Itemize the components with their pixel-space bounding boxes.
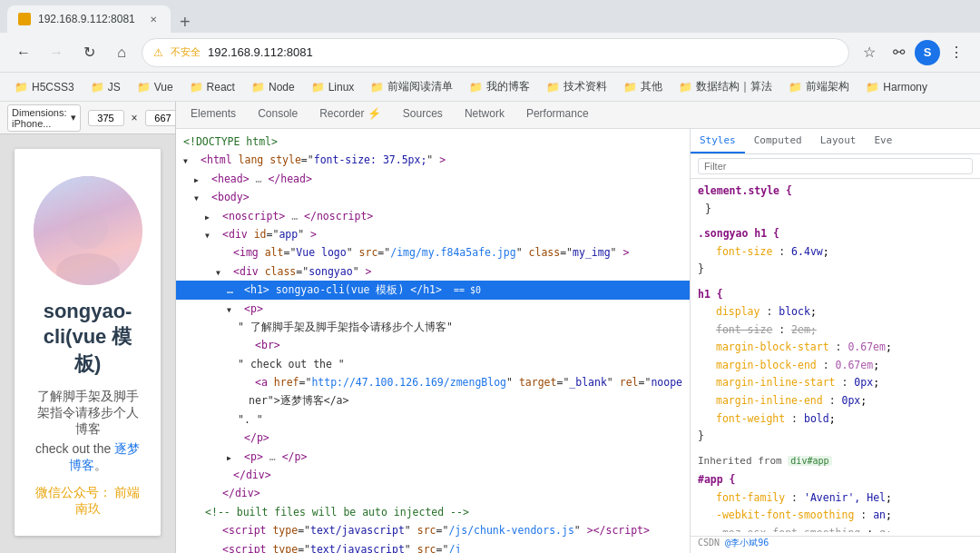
- styles-tab-styles[interactable]: Styles: [691, 129, 745, 153]
- bookmark-linux[interactable]: 📁 Linux: [304, 77, 362, 97]
- bookmark-label: Node: [269, 81, 295, 94]
- bookmark-h5css3[interactable]: 📁 H5CSS3: [7, 77, 82, 97]
- element-text-desc[interactable]: " 了解脚手架及脚手架指令请移步个人博客": [176, 318, 690, 336]
- profile-image: [34, 176, 142, 285]
- inherited-from-app: Inherited from div#app: [698, 453, 973, 470]
- devtools-tab-bar: Elements Console Recorder ⚡ Sources Netw…: [176, 102, 980, 129]
- bookmark-ds[interactable]: 📁 数据结构｜算法: [671, 75, 779, 98]
- styles-tab-computed[interactable]: Computed: [745, 129, 811, 153]
- devtools-tab-performance[interactable]: Performance: [515, 102, 600, 128]
- styles-filter-input[interactable]: [698, 158, 973, 174]
- devtools-tab-console[interactable]: Console: [247, 102, 309, 128]
- triangle-icon[interactable]: [194, 189, 205, 205]
- style-selector: element.style {: [698, 184, 792, 197]
- main-area: Dimensions: iPhone... ▾ × 92% ▾ ⋮ ▦ 📱: [0, 102, 980, 553]
- bookmark-reading[interactable]: 📁 前端阅读清单: [363, 75, 460, 98]
- triangle-icon[interactable]: [194, 171, 205, 187]
- bookmark-label: Vue: [154, 81, 173, 94]
- element-comment-inject[interactable]: <!-- built files will be auto injected -…: [176, 503, 690, 521]
- styles-tab-bar: Styles Computed Layout Eve: [691, 129, 980, 154]
- bookmark-react[interactable]: 📁 React: [182, 77, 242, 97]
- element-a[interactable]: <a href="http://47.100.126.169/zmengBlog…: [176, 373, 690, 391]
- security-icon: ⚠: [153, 46, 163, 59]
- element-text-dot[interactable]: ". ": [176, 410, 690, 429]
- triangle-icon[interactable]: [227, 301, 238, 317]
- new-tab-button[interactable]: +: [174, 12, 196, 33]
- styles-tab-event[interactable]: Eve: [865, 129, 901, 153]
- bookmark-js[interactable]: 📁 JS: [83, 77, 128, 97]
- csdn-author-link[interactable]: @李小斌96: [725, 538, 769, 548]
- page-preview-panel: Dimensions: iPhone... ▾ × 92% ▾ ⋮ ▦ 📱: [0, 102, 176, 553]
- triangle-icon[interactable]: [216, 263, 227, 280]
- browser-tab[interactable]: 192.168.9.112:8081 ✕: [7, 5, 171, 33]
- element-p2[interactable]: <p> … </p>: [176, 448, 690, 466]
- element-noscript[interactable]: <noscript> … </noscript>: [176, 207, 690, 225]
- element-html[interactable]: <html lang style="font-size: 37.5px;" >: [176, 151, 690, 169]
- bookmark-frontend-arch[interactable]: 📁 前端架构: [781, 75, 857, 98]
- element-div-songyao[interactable]: <div class="songyao" >: [176, 262, 690, 281]
- bookmark-vue[interactable]: 📁 Vue: [130, 77, 181, 97]
- bookmark-label: 我的博客: [486, 79, 530, 94]
- folder-icon: 📁: [469, 81, 483, 94]
- folder-icon: 📁: [623, 81, 637, 94]
- bookmark-other[interactable]: 📁 其他: [616, 75, 670, 98]
- style-rule-element: element.style { }: [698, 183, 973, 218]
- element-script2[interactable]: <script type="text/javascript" src="/j: [176, 540, 690, 553]
- element-head[interactable]: <head> … </head>: [176, 170, 690, 188]
- device-selector[interactable]: Dimensions: iPhone... ▾: [7, 104, 81, 132]
- triangle-icon[interactable]: [183, 152, 194, 168]
- forward-button[interactable]: →: [44, 40, 69, 65]
- bookmark-label: 数据结构｜算法: [696, 79, 772, 94]
- bookmark-button[interactable]: ☆: [857, 40, 882, 65]
- inherited-tag-badge: div#app: [788, 456, 831, 466]
- element-img[interactable]: <img alt="Vue logo" src="/img/my.f84a5af…: [176, 243, 690, 262]
- devtools-tab-elements[interactable]: Elements: [180, 102, 247, 128]
- element-p-close[interactable]: </p>: [176, 429, 690, 447]
- triangle-icon[interactable]: [205, 208, 216, 224]
- menu-button[interactable]: ⋮: [944, 40, 969, 65]
- folder-icon: 📁: [190, 81, 203, 94]
- bookmark-label: Harmony: [883, 81, 927, 94]
- bookmark-node[interactable]: 📁 Node: [244, 77, 302, 97]
- element-div-app[interactable]: <div id="app" >: [176, 225, 690, 243]
- folder-icon: 📁: [546, 81, 560, 94]
- height-input[interactable]: [145, 110, 177, 126]
- style-rule-h1: h1 { display : block; font-size : 2em;: [698, 286, 973, 446]
- tab-favicon: [18, 13, 31, 25]
- styles-body: element.style { } .songyao h1 {: [691, 179, 980, 532]
- extensions-button[interactable]: ⚯: [886, 40, 911, 65]
- width-input[interactable]: [88, 110, 124, 126]
- bookmark-label: JS: [108, 81, 121, 94]
- element-body[interactable]: <body>: [176, 188, 690, 206]
- element-br[interactable]: <br>: [176, 336, 690, 354]
- devtools-tab-sources[interactable]: Sources: [392, 102, 454, 128]
- page-link-line: check out the 逐梦博客。: [33, 441, 142, 474]
- navigation-bar: ← → ↻ ⌂ ⚠ 不安全 192.168.9.112:8081 ☆ ⚯ S ⋮: [0, 33, 980, 73]
- reload-button[interactable]: ↻: [76, 40, 102, 65]
- folder-icon: 📁: [789, 81, 802, 94]
- bookmark-tech[interactable]: 📁 技术资料: [539, 75, 614, 98]
- element-a-cont[interactable]: ner">逐梦博客</a>: [176, 391, 690, 410]
- styles-tab-layout[interactable]: Layout: [811, 129, 866, 153]
- element-h1[interactable]: … <h1> songyao-cli(vue 模板) </h1> == $0: [176, 281, 690, 299]
- bookmark-harmony[interactable]: 📁 Harmony: [858, 77, 935, 97]
- element-p[interactable]: <p>: [176, 300, 690, 318]
- dots-button[interactable]: …: [227, 281, 238, 298]
- style-rule-songyao-h1: .songyao h1 { font-size : 6.4vw; }: [698, 225, 973, 279]
- triangle-icon[interactable]: [227, 449, 238, 465]
- element-div-songyao-close[interactable]: </div>: [176, 466, 690, 484]
- element-doctype[interactable]: <!DOCTYPE html>: [176, 133, 690, 151]
- bookmark-myblog[interactable]: 📁 我的博客: [462, 75, 537, 98]
- address-bar[interactable]: ⚠ 不安全 192.168.9.112:8081: [142, 38, 849, 67]
- element-script-vendors[interactable]: <script type="text/javascript" src="/js/…: [176, 521, 690, 539]
- profile-button[interactable]: S: [915, 40, 940, 65]
- csdn-footer: CSDN @李小斌96: [691, 536, 980, 553]
- home-button[interactable]: ⌂: [109, 40, 134, 65]
- devtools-tab-recorder[interactable]: Recorder ⚡: [309, 102, 392, 128]
- triangle-icon[interactable]: [205, 226, 216, 242]
- tab-close-button[interactable]: ✕: [147, 13, 160, 25]
- back-button[interactable]: ←: [11, 40, 36, 65]
- element-text-checkout[interactable]: " check out the ": [176, 355, 690, 373]
- element-div-app-close[interactable]: </div>: [176, 484, 690, 502]
- devtools-tab-network[interactable]: Network: [454, 102, 515, 128]
